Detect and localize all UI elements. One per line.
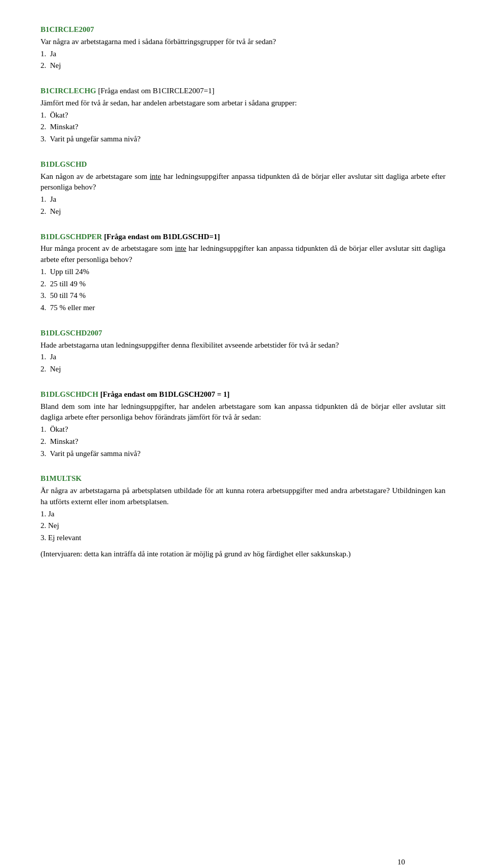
- section-body: Kan någon av de arbetstagare som inte ha…: [40, 171, 446, 194]
- list-item: 4. 75 % eller mer: [40, 303, 446, 314]
- list-item: 1. Ja: [40, 352, 446, 363]
- section-title: B1DLGSCHD2007: [40, 328, 446, 339]
- section-title-line: B1DLGSCHDCH [Fråga endast om B1DLGSCH200…: [40, 389, 446, 400]
- section-b1dlgschdper: B1DLGSCHDPER [Fråga endast om B1DLGSCHD=…: [40, 232, 446, 314]
- list-item: 1. Ja: [40, 509, 446, 520]
- section-body: Bland dem som inte har ledningsuppgifter…: [40, 401, 446, 424]
- section-body: Hade arbetstagarna utan ledningsuppgifte…: [40, 340, 446, 351]
- body-underline: inte: [150, 172, 161, 180]
- section-body: Hur många procent av de arbetstagare som…: [40, 243, 446, 266]
- section-b1dlgschdch: B1DLGSCHDCH [Fråga endast om B1DLGSCH200…: [40, 389, 446, 460]
- list-item: 1. Upp till 24%: [40, 267, 446, 278]
- page-wrapper: B1CIRCLE2007 Var några av arbetstagarna …: [40, 24, 446, 868]
- list-item: 3. Ej relevant: [40, 533, 446, 544]
- section-title: B1DLGSCHD: [40, 159, 446, 170]
- list-item: 2. Nej: [40, 206, 446, 217]
- section-prefix-text: [Fråga endast om B1DLGSCH2007 = 1]: [100, 390, 230, 398]
- list-item: 1. Ja: [40, 194, 446, 205]
- body-underline: inte: [175, 244, 186, 252]
- section-title-line: B1DLGSCHDPER [Fråga endast om B1DLGSCHD=…: [40, 232, 446, 243]
- section-b1multsk: B1MULTSK Är några av arbetstagarna på ar…: [40, 473, 446, 559]
- section-title: B1DLGSCHDPER: [40, 233, 102, 241]
- section-title: B1MULTSK: [40, 473, 446, 484]
- list-item: 1. Ja: [40, 49, 446, 60]
- section-b1dlgschd2007: B1DLGSCHD2007 Hade arbetstagarna utan le…: [40, 328, 446, 375]
- section-title: B1CIRCLECHG: [40, 87, 96, 95]
- list-item: 2. 25 till 49 %: [40, 279, 446, 290]
- section-prefix-text: [Fråga endast om B1DLGSCHD=1]: [104, 233, 220, 241]
- list-item: 3. 50 till 74 %: [40, 290, 446, 301]
- page-number: 10: [397, 857, 405, 868]
- section-title: B1CIRCLE2007: [40, 24, 446, 35]
- list-item: 2. Nej: [40, 364, 446, 375]
- section-note: (Intervjuaren: detta kan inträffa då int…: [40, 549, 446, 560]
- body-text-1: Hur många procent av de arbetstagare som: [40, 244, 175, 252]
- section-body: Var några av arbetstagarna med i sådana …: [40, 36, 446, 48]
- section-body: Jämfört med för två år sedan, har andele…: [40, 98, 446, 109]
- section-title: B1DLGSCHDCH: [40, 390, 98, 398]
- body-text-1: Kan någon av de arbetstagare som: [40, 172, 150, 180]
- section-b1circle2007: B1CIRCLE2007 Var några av arbetstagarna …: [40, 24, 446, 71]
- list-item: 1. Ökat?: [40, 110, 446, 121]
- list-item: 2. Nej: [40, 60, 446, 71]
- list-item: 2. Nej: [40, 520, 446, 532]
- section-title-line: B1CIRCLECHG [Fråga endast om B1CIRCLE200…: [40, 86, 446, 97]
- list-item: 1. Ökat?: [40, 424, 446, 435]
- section-body: Är några av arbetstagarna på arbetsplats…: [40, 485, 446, 508]
- section-b1dlgschd: B1DLGSCHD Kan någon av de arbetstagare s…: [40, 159, 446, 217]
- list-item: 2. Minskat?: [40, 122, 446, 133]
- list-item: 2. Minskat?: [40, 436, 446, 447]
- list-item: 3. Varit på ungefär samma nivå?: [40, 134, 446, 145]
- section-b1circlechg: B1CIRCLECHG [Fråga endast om B1CIRCLE200…: [40, 86, 446, 145]
- list-item: 3. Varit på ungefär samma nivå?: [40, 448, 446, 460]
- section-prefix-text: [Fråga endast om B1CIRCLE2007=1]: [98, 87, 215, 95]
